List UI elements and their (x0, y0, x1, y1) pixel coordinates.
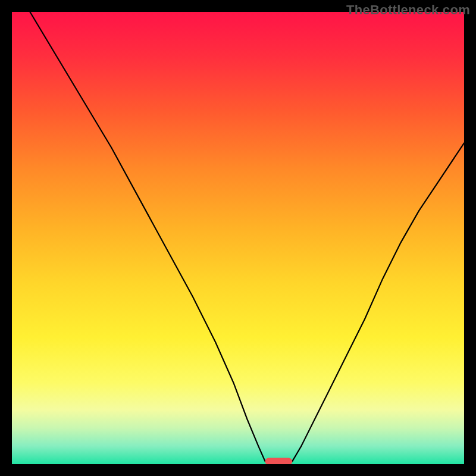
chart-canvas (12, 12, 464, 464)
plot-area (12, 12, 464, 464)
watermark-text: TheBottleneck.com (346, 2, 470, 18)
optimum-marker (265, 458, 293, 464)
chart-frame: TheBottleneck.com (0, 0, 476, 476)
